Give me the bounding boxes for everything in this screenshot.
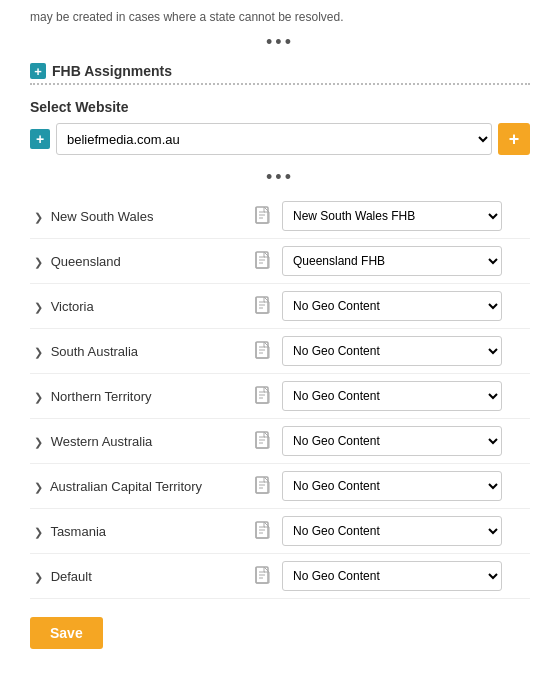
- top-note: may be created in cases where a state ca…: [30, 10, 530, 24]
- table-row: ❯ Western Australia No Geo ContentNew So…: [30, 419, 530, 464]
- select-website-label: Select Website: [30, 99, 530, 115]
- region-chevron-icon: ❯: [34, 346, 43, 358]
- table-row: ❯ Northern Territory No Geo ContentNew S…: [30, 374, 530, 419]
- region-chevron-icon: ❯: [34, 481, 43, 493]
- region-chevron-icon: ❯: [34, 436, 43, 448]
- geo-select-cell: No Geo ContentNew South Wales FHBQueensl…: [278, 194, 530, 239]
- ellipsis-middle: •••: [30, 167, 530, 188]
- geo-content-select[interactable]: No Geo ContentNew South Wales FHBQueensl…: [282, 516, 502, 546]
- geo-select-cell: No Geo ContentNew South Wales FHBQueensl…: [278, 464, 530, 509]
- regions-table: ❯ New South Wales No Geo ContentNew Sout…: [30, 194, 530, 599]
- doc-icon: [250, 374, 278, 419]
- doc-icon: [250, 419, 278, 464]
- section-divider: [30, 83, 530, 85]
- geo-select-cell: No Geo ContentNew South Wales FHBQueensl…: [278, 419, 530, 464]
- geo-select-cell: No Geo ContentNew South Wales FHBQueensl…: [278, 554, 530, 599]
- region-name: Australian Capital Territory: [50, 479, 202, 494]
- geo-select-cell: No Geo ContentNew South Wales FHBQueensl…: [278, 509, 530, 554]
- fhb-assignments-header: + FHB Assignments: [30, 63, 530, 79]
- doc-icon: [250, 329, 278, 374]
- doc-icon: [250, 554, 278, 599]
- table-row: ❯ New South Wales No Geo ContentNew Sout…: [30, 194, 530, 239]
- region-name: Western Australia: [51, 434, 153, 449]
- geo-content-select[interactable]: No Geo ContentNew South Wales FHBQueensl…: [282, 201, 502, 231]
- region-chevron-icon: ❯: [34, 526, 43, 538]
- table-row: ❯ Victoria No Geo ContentNew South Wales…: [30, 284, 530, 329]
- region-chevron-icon: ❯: [34, 301, 43, 313]
- website-row: + beliefmedia.com.au +: [30, 123, 530, 155]
- region-name: Tasmania: [50, 524, 106, 539]
- region-chevron-icon: ❯: [34, 571, 43, 583]
- table-row: ❯ Default No Geo ContentNew South Wales …: [30, 554, 530, 599]
- save-button[interactable]: Save: [30, 617, 103, 649]
- region-name: Queensland: [51, 254, 121, 269]
- region-chevron-icon: ❯: [34, 256, 43, 268]
- doc-icon: [250, 239, 278, 284]
- ellipsis-top: •••: [30, 32, 530, 53]
- geo-content-select[interactable]: No Geo ContentNew South Wales FHBQueensl…: [282, 471, 502, 501]
- region-name: South Australia: [51, 344, 138, 359]
- table-row: ❯ Queensland No Geo ContentNew South Wal…: [30, 239, 530, 284]
- table-row: ❯ Australian Capital Territory No Geo Co…: [30, 464, 530, 509]
- table-row: ❯ Tasmania No Geo ContentNew South Wales…: [30, 509, 530, 554]
- doc-icon: [250, 284, 278, 329]
- region-name: Default: [51, 569, 92, 584]
- table-row: ❯ South Australia No Geo ContentNew Sout…: [30, 329, 530, 374]
- geo-select-cell: No Geo ContentNew South Wales FHBQueensl…: [278, 374, 530, 419]
- region-name: New South Wales: [51, 209, 154, 224]
- doc-icon: [250, 464, 278, 509]
- doc-icon: [250, 509, 278, 554]
- region-chevron-icon: ❯: [34, 391, 43, 403]
- doc-icon: [250, 194, 278, 239]
- geo-select-cell: No Geo ContentNew South Wales FHBQueensl…: [278, 329, 530, 374]
- geo-content-select[interactable]: No Geo ContentNew South Wales FHBQueensl…: [282, 561, 502, 591]
- region-name: Victoria: [51, 299, 94, 314]
- region-name: Northern Territory: [51, 389, 152, 404]
- geo-select-cell: No Geo ContentNew South Wales FHBQueensl…: [278, 284, 530, 329]
- website-select[interactable]: beliefmedia.com.au: [56, 123, 492, 155]
- website-add-button[interactable]: +: [498, 123, 530, 155]
- geo-content-select[interactable]: No Geo ContentNew South Wales FHBQueensl…: [282, 336, 502, 366]
- website-expand-button[interactable]: +: [30, 129, 50, 149]
- fhb-assignments-label: FHB Assignments: [52, 63, 172, 79]
- geo-content-select[interactable]: No Geo ContentNew South Wales FHBQueensl…: [282, 381, 502, 411]
- geo-select-cell: No Geo ContentNew South Wales FHBQueensl…: [278, 239, 530, 284]
- fhb-expand-button[interactable]: +: [30, 63, 46, 79]
- geo-content-select[interactable]: No Geo ContentNew South Wales FHBQueensl…: [282, 291, 502, 321]
- geo-content-select[interactable]: No Geo ContentNew South Wales FHBQueensl…: [282, 426, 502, 456]
- region-chevron-icon: ❯: [34, 211, 43, 223]
- geo-content-select[interactable]: No Geo ContentNew South Wales FHBQueensl…: [282, 246, 502, 276]
